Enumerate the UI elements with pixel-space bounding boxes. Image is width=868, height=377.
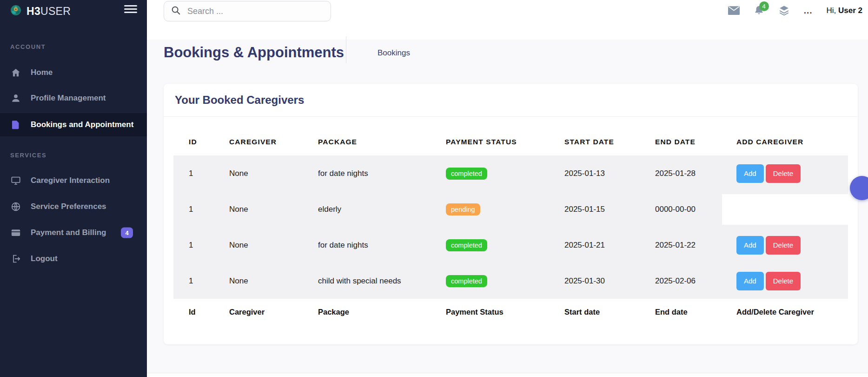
- search-box[interactable]: [164, 1, 331, 21]
- footer-payment-status: Payment Status: [446, 308, 564, 316]
- sidebar-item-label: Service Preferences: [31, 202, 106, 211]
- topbar: 4 ... Hi, User 2: [147, 0, 868, 40]
- footer-add-delete-caregiver: Add/Delete Caregiver: [736, 308, 848, 316]
- sidebar-item-label: Caregiver Interaction: [31, 176, 110, 185]
- cell-end-date: 2025-02-06: [655, 276, 736, 286]
- sidebar-item-service-preferences[interactable]: Service Preferences: [0, 197, 147, 216]
- sidebar-toggle-icon[interactable]: [124, 5, 137, 15]
- cell-id: 1: [189, 169, 229, 178]
- table-footer-row: Id Caregiver Package Payment Status Star…: [173, 299, 848, 325]
- brand-logo-icon: [9, 4, 22, 19]
- page-title: Bookings & Appointments: [164, 44, 344, 61]
- notification-count-badge: 4: [759, 1, 769, 11]
- sidebar: H3USER ACCOUNT Home Profile Management B…: [0, 0, 147, 377]
- footer-start-date: Start date: [564, 308, 655, 316]
- cell-caregiver: None: [229, 276, 318, 286]
- search-input[interactable]: [186, 6, 324, 17]
- sidebar-item-profile-management[interactable]: Profile Management: [0, 89, 147, 108]
- status-badge: completed: [446, 275, 487, 287]
- cell-end-date: 2025-01-28: [655, 169, 736, 178]
- cell-end-date: 2025-01-22: [655, 241, 736, 250]
- table-body: 1 None for date nights completed 2025-01…: [173, 155, 848, 299]
- home-icon: [10, 67, 21, 78]
- col-header-start-date: START DATE: [564, 138, 655, 146]
- globe-icon: [10, 201, 21, 212]
- cell-id: 1: [189, 241, 229, 250]
- sidebar-section-services: SERVICES: [10, 152, 46, 159]
- sidebar-item-label: Bookings and Appointment: [31, 120, 133, 129]
- billing-count-badge: 4: [121, 228, 133, 238]
- add-button[interactable]: Add: [736, 164, 764, 183]
- footer-package: Package: [318, 308, 446, 316]
- document-icon: [10, 119, 21, 130]
- card-header: Your Booked Caregivers: [164, 84, 858, 117]
- sidebar-item-logout[interactable]: Logout: [0, 249, 147, 268]
- status-badge: completed: [446, 168, 487, 180]
- credit-card-icon: [10, 227, 21, 238]
- footer-strip: [147, 373, 868, 377]
- table-header-row: ID CAREGIVER PACKAGE PAYMENT STATUS STAR…: [173, 128, 848, 155]
- monitor-icon: [10, 175, 21, 186]
- sidebar-item-label: Logout: [31, 254, 58, 263]
- delete-button[interactable]: Delete: [766, 272, 801, 290]
- cell-actions-empty: [722, 194, 848, 225]
- bookings-table: ID CAREGIVER PACKAGE PAYMENT STATUS STAR…: [164, 117, 858, 325]
- cell-package: elderly: [318, 205, 446, 214]
- footer-id: Id: [189, 308, 229, 316]
- table-row: 1 None elderly pending 2025-01-15 0000-0…: [173, 191, 848, 227]
- ellipsis-icon[interactable]: ...: [804, 8, 813, 13]
- status-badge: pending: [446, 203, 480, 215]
- col-header-end-date: END DATE: [655, 138, 736, 146]
- layers-icon[interactable]: [778, 5, 790, 16]
- cell-actions: AddDelete: [736, 236, 848, 255]
- sidebar-item-payment-and-billing[interactable]: Payment and Billing 4: [0, 223, 147, 242]
- col-header-add-caregiver: ADD CAREGIVER: [736, 138, 848, 146]
- sidebar-item-label: Home: [31, 68, 53, 77]
- cell-caregiver: None: [229, 205, 318, 214]
- cell-payment-status: completed: [446, 239, 564, 251]
- status-badge: completed: [446, 239, 487, 251]
- footer-end-date: End date: [655, 308, 736, 316]
- brand-logo-text: H3USER: [27, 5, 71, 18]
- delete-button[interactable]: Delete: [766, 236, 801, 255]
- sidebar-item-caregiver-interaction[interactable]: Caregiver Interaction: [0, 171, 147, 190]
- breadcrumb[interactable]: Bookings: [378, 48, 410, 58]
- table-row: 1 None child with special needs complete…: [173, 263, 848, 299]
- cell-package: for date nights: [318, 241, 446, 250]
- sidebar-item-bookings-and-appointment[interactable]: Bookings and Appointment: [0, 113, 147, 136]
- user-greeting[interactable]: Hi, User 2: [827, 6, 863, 15]
- bell-icon[interactable]: 4: [754, 5, 764, 16]
- cell-id: 1: [189, 205, 229, 214]
- mail-icon[interactable]: [728, 6, 740, 15]
- col-header-caregiver: CAREGIVER: [229, 138, 318, 146]
- cell-start-date: 2025-01-13: [564, 169, 655, 178]
- add-button[interactable]: Add: [736, 236, 764, 255]
- cell-caregiver: None: [229, 241, 318, 250]
- cell-start-date: 2025-01-21: [564, 241, 655, 250]
- sidebar-item-home[interactable]: Home: [0, 63, 147, 82]
- col-header-id: ID: [189, 138, 229, 146]
- col-header-package: PACKAGE: [318, 138, 446, 146]
- col-header-payment-status: PAYMENT STATUS: [446, 138, 564, 146]
- cell-package: for date nights: [318, 169, 446, 178]
- booked-caregivers-card: Your Booked Caregivers ID CAREGIVER PACK…: [164, 84, 858, 344]
- add-button[interactable]: Add: [736, 272, 764, 290]
- delete-button[interactable]: Delete: [766, 164, 801, 183]
- app-window: H3USER ACCOUNT Home Profile Management B…: [0, 0, 868, 377]
- cell-payment-status: completed: [446, 275, 564, 287]
- sidebar-item-label: Profile Management: [31, 94, 106, 103]
- cell-caregiver: None: [229, 169, 318, 178]
- user-icon: [10, 93, 21, 104]
- cell-start-date: 2025-01-15: [564, 205, 655, 214]
- cell-package: child with special needs: [318, 276, 446, 286]
- cell-actions: AddDelete: [736, 272, 848, 290]
- search-icon: [171, 5, 181, 17]
- footer-caregiver: Caregiver: [229, 308, 318, 316]
- sidebar-section-account: ACCOUNT: [10, 43, 46, 50]
- user-name: User 2: [838, 6, 862, 15]
- cell-actions: AddDelete: [736, 164, 848, 183]
- cell-payment-status: pending: [446, 203, 564, 215]
- cell-id: 1: [189, 276, 229, 286]
- cell-start-date: 2025-01-30: [564, 276, 655, 286]
- brand-logo[interactable]: H3USER: [9, 4, 71, 19]
